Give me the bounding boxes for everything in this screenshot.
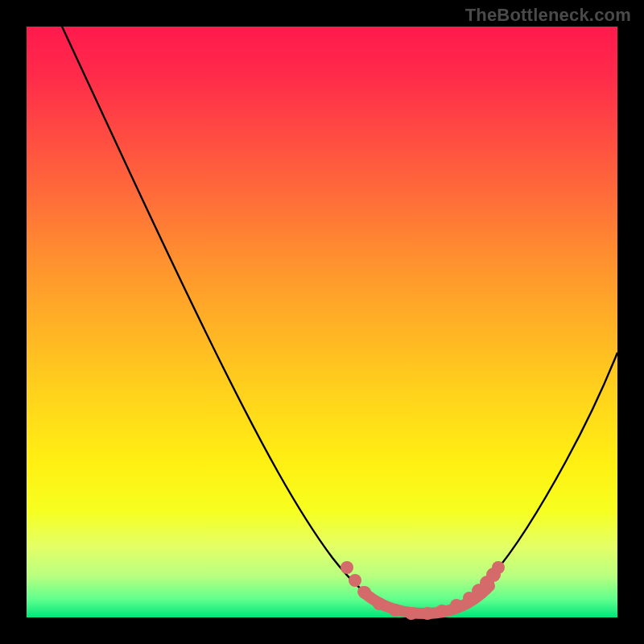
highlight-dots	[341, 561, 505, 620]
svg-point-6	[421, 607, 434, 620]
chart-svg	[27, 27, 617, 617]
svg-point-0	[341, 561, 353, 574]
svg-point-4	[389, 604, 402, 617]
bottleneck-curve	[62, 27, 617, 612]
watermark-text: TheBottleneck.com	[465, 5, 631, 26]
svg-point-8	[450, 599, 463, 612]
plot-area	[27, 27, 617, 617]
svg-point-1	[349, 574, 361, 587]
svg-point-13	[492, 561, 505, 574]
svg-point-2	[358, 586, 371, 599]
svg-point-7	[436, 605, 448, 617]
svg-point-3	[373, 597, 386, 610]
chart-frame: TheBottleneck.com	[0, 0, 644, 644]
svg-point-5	[405, 607, 418, 620]
